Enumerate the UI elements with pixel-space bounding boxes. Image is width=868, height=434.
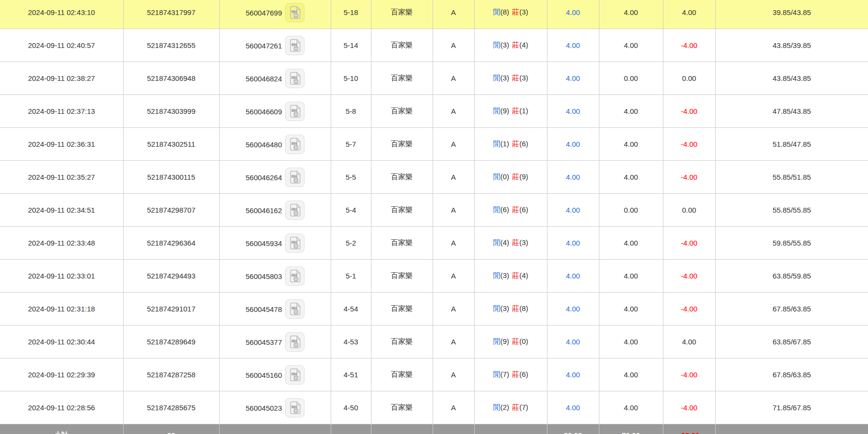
banker-label: 莊 xyxy=(512,337,519,345)
table-row[interactable]: 2024-09-11 02:36:31 521874302511 5600464… xyxy=(0,128,868,161)
round-id: 560045478 xyxy=(245,305,282,313)
cell-win-loss: -4.00 xyxy=(663,128,715,161)
cell-round-id: 560045934 xyxy=(219,227,331,260)
cell-bet-time: 2024-09-11 02:31:18 xyxy=(0,293,123,326)
cell-valid-amount: 4.00 xyxy=(599,260,663,293)
cell-table-code: A xyxy=(433,391,474,424)
cell-bet-amount: 4.00 xyxy=(547,29,599,62)
table-row[interactable]: 2024-09-11 02:35:27 521874300115 5600462… xyxy=(0,161,868,194)
table-row[interactable]: 2024-09-11 02:30:44 521874289649 5600453… xyxy=(0,326,868,358)
video-replay-button[interactable] xyxy=(285,102,305,121)
cell-round-id: 560045377 xyxy=(219,326,331,358)
player-label: 閒 xyxy=(493,304,500,312)
cell-game-name: 百家樂 xyxy=(371,95,433,128)
cell-win-loss: 0.00 xyxy=(663,194,715,227)
cell-game-result: 閒(9)莊(1) xyxy=(474,95,547,128)
cell-valid-amount: 4.00 xyxy=(599,95,663,128)
table-body: 2024-09-11 02:43:10 521874317997 5600476… xyxy=(0,0,868,424)
video-replay-button[interactable] xyxy=(285,332,305,352)
cell-bet-id: 521874300115 xyxy=(123,161,219,194)
subtotal-win-loss: -28.60 xyxy=(663,424,715,434)
cell-table-code: A xyxy=(433,95,474,128)
cell-table-code: A xyxy=(433,0,474,29)
table-row[interactable]: 2024-09-11 02:29:39 521874287258 5600451… xyxy=(0,358,868,391)
round-id: 560046609 xyxy=(245,107,282,115)
banker-points: (9) xyxy=(519,172,528,181)
cell-bet-id: 521874303999 xyxy=(123,95,219,128)
video-replay-button[interactable] xyxy=(285,168,305,187)
banker-label: 莊 xyxy=(512,172,519,181)
banker-label: 莊 xyxy=(512,140,519,148)
table-row[interactable]: 2024-09-11 02:33:01 521874294493 5600458… xyxy=(0,260,868,293)
cell-shoe-round: 4-50 xyxy=(331,391,371,424)
video-replay-button[interactable] xyxy=(285,3,305,22)
player-points: (3) xyxy=(500,41,509,49)
cell-shoe-round: 4-51 xyxy=(331,358,371,391)
round-id: 560045160 xyxy=(245,371,282,379)
cell-bet-time: 2024-09-11 02:29:39 xyxy=(0,358,123,391)
video-replay-button[interactable] xyxy=(285,365,305,385)
subtotal-empty-cell xyxy=(219,424,331,434)
player-label: 閒 xyxy=(493,370,500,378)
video-replay-button[interactable] xyxy=(285,36,305,55)
cell-game-name: 百家樂 xyxy=(371,128,433,161)
cell-balance: 43.85/43.85 xyxy=(715,62,868,95)
cell-shoe-round: 4-54 xyxy=(331,293,371,326)
cell-shoe-round: 5-18 xyxy=(331,0,371,29)
cell-bet-id: 521874306948 xyxy=(123,62,219,95)
cell-round-id: 560047699 xyxy=(219,0,331,29)
banker-points: (3) xyxy=(519,8,528,16)
cell-balance: 55.85/55.85 xyxy=(715,194,868,227)
cell-game-result: 閒(3)莊(8) xyxy=(474,293,547,326)
video-file-icon xyxy=(289,6,301,19)
table-row[interactable]: 2024-09-11 02:28:56 521874285675 5600450… xyxy=(0,391,868,424)
cell-round-id: 560045803 xyxy=(219,260,331,293)
video-replay-button[interactable] xyxy=(285,266,305,286)
video-replay-button[interactable] xyxy=(285,233,305,253)
cell-round-id: 560045023 xyxy=(219,391,331,424)
banker-label: 莊 xyxy=(512,403,519,411)
subtotal-row: 小計 22 88.00 76.00 -28.60 xyxy=(0,424,868,434)
cell-game-result: 閒(1)莊(6) xyxy=(474,128,547,161)
player-points: (1) xyxy=(500,140,509,148)
table-row[interactable]: 2024-09-11 02:38:27 521874306948 5600468… xyxy=(0,62,868,95)
cell-win-loss: 4.00 xyxy=(663,326,715,358)
cell-bet-id: 521874285675 xyxy=(123,391,219,424)
cell-win-loss: -4.00 xyxy=(663,391,715,424)
cell-balance: 55.85/51.85 xyxy=(715,161,868,194)
cell-table-code: A xyxy=(433,194,474,227)
cell-bet-time: 2024-09-11 02:36:31 xyxy=(0,128,123,161)
banker-points: (7) xyxy=(519,403,528,411)
cell-balance: 39.85/43.85 xyxy=(715,0,868,29)
cell-balance: 67.85/63.85 xyxy=(715,293,868,326)
cell-win-loss: 4.00 xyxy=(663,0,715,29)
banker-label: 莊 xyxy=(512,107,519,115)
cell-shoe-round: 4-53 xyxy=(331,326,371,358)
player-label: 閒 xyxy=(493,140,500,148)
table-row[interactable]: 2024-09-11 02:37:13 521874303999 5600466… xyxy=(0,95,868,128)
cell-balance: 71.85/67.85 xyxy=(715,391,868,424)
banker-label: 莊 xyxy=(512,8,519,16)
video-replay-button[interactable] xyxy=(285,299,305,319)
table-row[interactable]: 2024-09-11 02:43:10 521874317997 5600476… xyxy=(0,0,868,29)
table-row[interactable]: 2024-09-11 02:33:48 521874296364 5600459… xyxy=(0,227,868,260)
video-replay-button[interactable] xyxy=(285,201,305,220)
cell-bet-time: 2024-09-11 02:37:13 xyxy=(0,95,123,128)
cell-round-id: 560046824 xyxy=(219,62,331,95)
player-label: 閒 xyxy=(493,74,500,82)
cell-game-name: 百家樂 xyxy=(371,227,433,260)
subtotal-empty-cell xyxy=(433,424,474,434)
video-replay-button[interactable] xyxy=(285,69,305,88)
round-id: 560045023 xyxy=(245,403,282,412)
video-replay-button[interactable] xyxy=(285,135,305,154)
cell-win-loss: -4.00 xyxy=(663,227,715,260)
table-row[interactable]: 2024-09-11 02:40:57 521874312655 5600472… xyxy=(0,29,868,62)
table-row[interactable]: 2024-09-11 02:34:51 521874298707 5600461… xyxy=(0,194,868,227)
banker-points: (4) xyxy=(519,271,528,279)
video-replay-button[interactable] xyxy=(285,398,305,418)
video-file-icon xyxy=(289,236,301,250)
video-file-icon xyxy=(289,105,301,118)
table-row[interactable]: 2024-09-11 02:31:18 521874291017 5600454… xyxy=(0,293,868,326)
cell-bet-id: 521874296364 xyxy=(123,227,219,260)
cell-round-id: 560047261 xyxy=(219,29,331,62)
